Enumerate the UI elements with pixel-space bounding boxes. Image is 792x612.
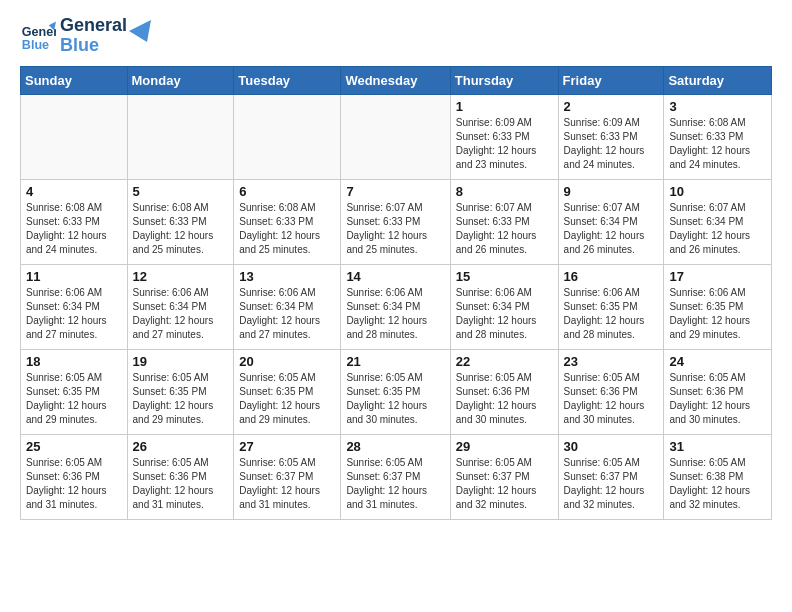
calendar-cell: 10Sunrise: 6:07 AM Sunset: 6:34 PM Dayli… (664, 179, 772, 264)
day-number: 29 (456, 439, 553, 454)
calendar-cell: 2Sunrise: 6:09 AM Sunset: 6:33 PM Daylig… (558, 94, 664, 179)
svg-text:Blue: Blue (22, 37, 49, 51)
calendar-cell: 23Sunrise: 6:05 AM Sunset: 6:36 PM Dayli… (558, 349, 664, 434)
calendar-cell: 6Sunrise: 6:08 AM Sunset: 6:33 PM Daylig… (234, 179, 341, 264)
cell-info: Sunrise: 6:05 AM Sunset: 6:35 PM Dayligh… (133, 371, 229, 427)
calendar-table: SundayMondayTuesdayWednesdayThursdayFrid… (20, 66, 772, 520)
day-number: 23 (564, 354, 659, 369)
day-number: 7 (346, 184, 444, 199)
cell-info: Sunrise: 6:07 AM Sunset: 6:34 PM Dayligh… (564, 201, 659, 257)
calendar-cell: 29Sunrise: 6:05 AM Sunset: 6:37 PM Dayli… (450, 434, 558, 519)
weekday-header-row: SundayMondayTuesdayWednesdayThursdayFrid… (21, 66, 772, 94)
calendar-cell: 12Sunrise: 6:06 AM Sunset: 6:34 PM Dayli… (127, 264, 234, 349)
day-number: 16 (564, 269, 659, 284)
weekday-header-saturday: Saturday (664, 66, 772, 94)
weekday-header-tuesday: Tuesday (234, 66, 341, 94)
day-number: 17 (669, 269, 766, 284)
day-number: 2 (564, 99, 659, 114)
cell-info: Sunrise: 6:06 AM Sunset: 6:34 PM Dayligh… (456, 286, 553, 342)
page: General Blue General Blue SundayMondayTu… (0, 0, 792, 536)
day-number: 14 (346, 269, 444, 284)
logo-blue: Blue (60, 36, 127, 56)
calendar-cell: 24Sunrise: 6:05 AM Sunset: 6:36 PM Dayli… (664, 349, 772, 434)
calendar-cell: 1Sunrise: 6:09 AM Sunset: 6:33 PM Daylig… (450, 94, 558, 179)
cell-info: Sunrise: 6:07 AM Sunset: 6:34 PM Dayligh… (669, 201, 766, 257)
day-number: 13 (239, 269, 335, 284)
calendar-cell: 20Sunrise: 6:05 AM Sunset: 6:35 PM Dayli… (234, 349, 341, 434)
calendar-cell: 9Sunrise: 6:07 AM Sunset: 6:34 PM Daylig… (558, 179, 664, 264)
calendar-cell: 11Sunrise: 6:06 AM Sunset: 6:34 PM Dayli… (21, 264, 128, 349)
calendar-cell: 26Sunrise: 6:05 AM Sunset: 6:36 PM Dayli… (127, 434, 234, 519)
calendar-cell: 17Sunrise: 6:06 AM Sunset: 6:35 PM Dayli… (664, 264, 772, 349)
calendar-cell: 13Sunrise: 6:06 AM Sunset: 6:34 PM Dayli… (234, 264, 341, 349)
cell-info: Sunrise: 6:09 AM Sunset: 6:33 PM Dayligh… (564, 116, 659, 172)
calendar-cell: 21Sunrise: 6:05 AM Sunset: 6:35 PM Dayli… (341, 349, 450, 434)
cell-info: Sunrise: 6:05 AM Sunset: 6:36 PM Dayligh… (669, 371, 766, 427)
cell-info: Sunrise: 6:05 AM Sunset: 6:36 PM Dayligh… (564, 371, 659, 427)
cell-info: Sunrise: 6:06 AM Sunset: 6:34 PM Dayligh… (133, 286, 229, 342)
day-number: 20 (239, 354, 335, 369)
day-number: 4 (26, 184, 122, 199)
cell-info: Sunrise: 6:05 AM Sunset: 6:35 PM Dayligh… (26, 371, 122, 427)
calendar-cell (21, 94, 128, 179)
cell-info: Sunrise: 6:08 AM Sunset: 6:33 PM Dayligh… (26, 201, 122, 257)
day-number: 27 (239, 439, 335, 454)
week-row-3: 11Sunrise: 6:06 AM Sunset: 6:34 PM Dayli… (21, 264, 772, 349)
calendar-cell: 30Sunrise: 6:05 AM Sunset: 6:37 PM Dayli… (558, 434, 664, 519)
day-number: 1 (456, 99, 553, 114)
week-row-2: 4Sunrise: 6:08 AM Sunset: 6:33 PM Daylig… (21, 179, 772, 264)
day-number: 10 (669, 184, 766, 199)
cell-info: Sunrise: 6:05 AM Sunset: 6:37 PM Dayligh… (239, 456, 335, 512)
logo-general: General (60, 16, 127, 36)
cell-info: Sunrise: 6:05 AM Sunset: 6:35 PM Dayligh… (239, 371, 335, 427)
cell-info: Sunrise: 6:06 AM Sunset: 6:34 PM Dayligh… (346, 286, 444, 342)
cell-info: Sunrise: 6:06 AM Sunset: 6:34 PM Dayligh… (239, 286, 335, 342)
calendar-cell: 22Sunrise: 6:05 AM Sunset: 6:36 PM Dayli… (450, 349, 558, 434)
calendar-cell: 18Sunrise: 6:05 AM Sunset: 6:35 PM Dayli… (21, 349, 128, 434)
calendar-cell: 7Sunrise: 6:07 AM Sunset: 6:33 PM Daylig… (341, 179, 450, 264)
calendar-cell: 28Sunrise: 6:05 AM Sunset: 6:37 PM Dayli… (341, 434, 450, 519)
cell-info: Sunrise: 6:05 AM Sunset: 6:35 PM Dayligh… (346, 371, 444, 427)
calendar-cell: 4Sunrise: 6:08 AM Sunset: 6:33 PM Daylig… (21, 179, 128, 264)
cell-info: Sunrise: 6:06 AM Sunset: 6:34 PM Dayligh… (26, 286, 122, 342)
cell-info: Sunrise: 6:08 AM Sunset: 6:33 PM Dayligh… (239, 201, 335, 257)
day-number: 22 (456, 354, 553, 369)
logo: General Blue General Blue (20, 16, 151, 56)
calendar-cell: 25Sunrise: 6:05 AM Sunset: 6:36 PM Dayli… (21, 434, 128, 519)
calendar-cell: 31Sunrise: 6:05 AM Sunset: 6:38 PM Dayli… (664, 434, 772, 519)
calendar-cell (234, 94, 341, 179)
day-number: 6 (239, 184, 335, 199)
day-number: 26 (133, 439, 229, 454)
day-number: 18 (26, 354, 122, 369)
week-row-5: 25Sunrise: 6:05 AM Sunset: 6:36 PM Dayli… (21, 434, 772, 519)
calendar-cell (341, 94, 450, 179)
logo-icon: General Blue (20, 18, 56, 54)
day-number: 31 (669, 439, 766, 454)
logo-arrow-icon (129, 20, 151, 42)
day-number: 5 (133, 184, 229, 199)
cell-info: Sunrise: 6:08 AM Sunset: 6:33 PM Dayligh… (669, 116, 766, 172)
header: General Blue General Blue (20, 16, 772, 56)
cell-info: Sunrise: 6:05 AM Sunset: 6:36 PM Dayligh… (133, 456, 229, 512)
day-number: 28 (346, 439, 444, 454)
day-number: 3 (669, 99, 766, 114)
day-number: 11 (26, 269, 122, 284)
cell-info: Sunrise: 6:06 AM Sunset: 6:35 PM Dayligh… (669, 286, 766, 342)
calendar-cell: 15Sunrise: 6:06 AM Sunset: 6:34 PM Dayli… (450, 264, 558, 349)
week-row-4: 18Sunrise: 6:05 AM Sunset: 6:35 PM Dayli… (21, 349, 772, 434)
weekday-header-sunday: Sunday (21, 66, 128, 94)
day-number: 15 (456, 269, 553, 284)
day-number: 21 (346, 354, 444, 369)
cell-info: Sunrise: 6:05 AM Sunset: 6:36 PM Dayligh… (26, 456, 122, 512)
day-number: 24 (669, 354, 766, 369)
day-number: 9 (564, 184, 659, 199)
cell-info: Sunrise: 6:06 AM Sunset: 6:35 PM Dayligh… (564, 286, 659, 342)
cell-info: Sunrise: 6:05 AM Sunset: 6:37 PM Dayligh… (456, 456, 553, 512)
calendar-cell (127, 94, 234, 179)
weekday-header-thursday: Thursday (450, 66, 558, 94)
day-number: 19 (133, 354, 229, 369)
cell-info: Sunrise: 6:05 AM Sunset: 6:37 PM Dayligh… (346, 456, 444, 512)
day-number: 25 (26, 439, 122, 454)
cell-info: Sunrise: 6:07 AM Sunset: 6:33 PM Dayligh… (346, 201, 444, 257)
weekday-header-wednesday: Wednesday (341, 66, 450, 94)
